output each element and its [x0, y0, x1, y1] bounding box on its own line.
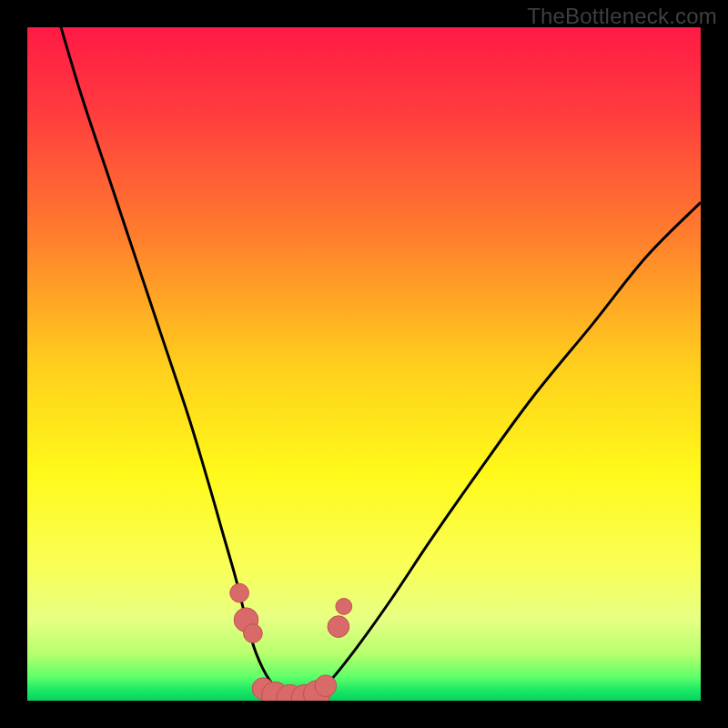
watermark-text: TheBottleneck.com	[527, 4, 717, 29]
chart-frame: TheBottleneck.com	[0, 0, 728, 728]
marker-dot	[315, 675, 337, 697]
plot-area	[27, 27, 701, 701]
marker-dot	[230, 583, 249, 602]
gradient-background	[27, 27, 701, 701]
marker-dot	[328, 616, 349, 638]
bottleneck-curve-chart	[27, 27, 701, 701]
marker-dot	[336, 599, 352, 615]
marker-dot	[244, 624, 263, 643]
